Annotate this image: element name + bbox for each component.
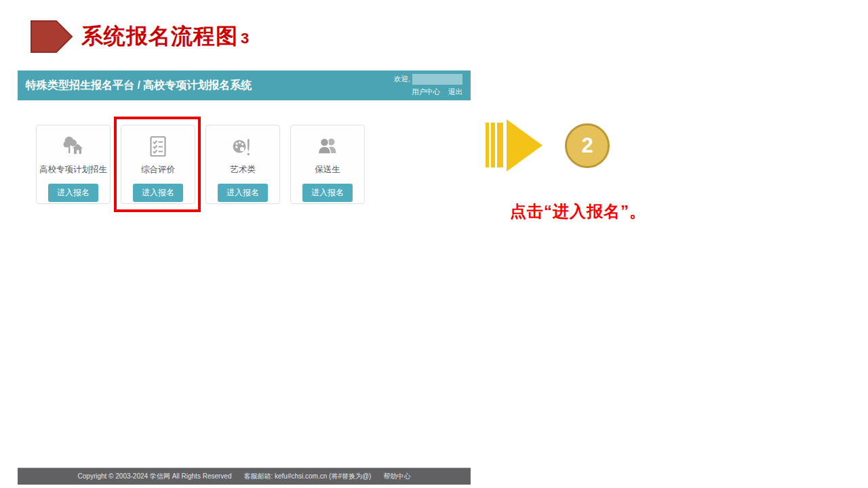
card-recommended-students: 保送生 进入报名 bbox=[290, 125, 365, 204]
card-arts: 艺术类 进入报名 bbox=[205, 125, 280, 204]
welcome-label: 欢迎, bbox=[394, 75, 410, 84]
embedded-screenshot: 特殊类型招生报名平台 / 高校专项计划报名系统 欢迎, 用户中心 退出 bbox=[18, 70, 471, 485]
palette-icon bbox=[231, 134, 255, 159]
page-title: 系统报名流程图3 bbox=[81, 22, 250, 52]
app-header: 特殊类型招生报名平台 / 高校专项计划报名系统 欢迎, 用户中心 退出 bbox=[18, 70, 471, 100]
step-number-badge: 2 bbox=[565, 123, 610, 168]
instruction-text: 点击“进入报名”。 bbox=[510, 201, 646, 222]
card-label: 高校专项计划招生 bbox=[39, 164, 107, 176]
enter-register-button[interactable]: 进入报名 bbox=[218, 184, 268, 202]
card-special-program: 高校专项计划招生 进入报名 bbox=[36, 125, 111, 204]
slide-title-text: 系统报名流程图 bbox=[81, 24, 238, 48]
highlight-box bbox=[114, 117, 201, 212]
logout-link[interactable]: 退出 bbox=[448, 87, 462, 96]
app-header-title: 特殊类型招生报名平台 / 高校专项计划报名系统 bbox=[26, 79, 252, 93]
copyright-text: Copyright © 2003-2024 学信网 All Rights Res… bbox=[78, 472, 232, 481]
redacted-username bbox=[412, 74, 462, 85]
people-icon bbox=[315, 134, 340, 159]
header-user-area: 欢迎, 用户中心 退出 bbox=[394, 73, 462, 97]
card-label: 保送生 bbox=[315, 164, 340, 176]
tree-house-icon bbox=[61, 134, 85, 159]
app-footer: Copyright © 2003-2024 学信网 All Rights Res… bbox=[18, 468, 471, 485]
user-center-link[interactable]: 用户中心 bbox=[412, 87, 440, 96]
step-arrow-icon bbox=[483, 119, 544, 172]
enter-register-button[interactable]: 进入报名 bbox=[302, 184, 353, 202]
title-arrow-icon bbox=[31, 20, 73, 53]
card-label: 艺术类 bbox=[230, 164, 256, 176]
enter-register-button[interactable]: 进入报名 bbox=[48, 184, 98, 202]
help-center-link[interactable]: 帮助中心 bbox=[383, 472, 410, 481]
slide-title-number: 3 bbox=[241, 30, 250, 47]
slide-title-row: 系统报名流程图3 bbox=[31, 20, 250, 53]
service-email-text: 客服邮箱: kefu#chsi.com.cn (将#替换为@) bbox=[243, 472, 371, 481]
